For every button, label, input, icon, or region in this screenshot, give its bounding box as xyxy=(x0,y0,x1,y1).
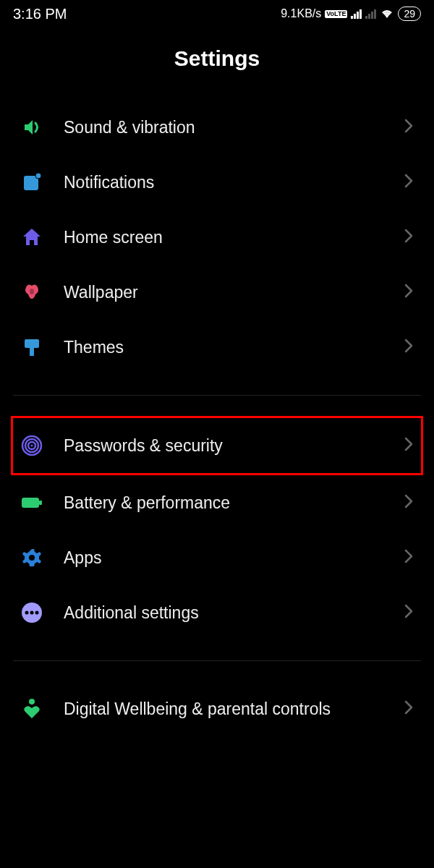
chevron-right-icon xyxy=(404,338,414,357)
status-indicators: 9.1KB/s VoLTE 29 xyxy=(281,7,421,21)
settings-item-additional[interactable]: Additional settings xyxy=(13,585,421,640)
settings-item-battery[interactable]: Battery & performance xyxy=(13,475,421,530)
settings-item-home-screen[interactable]: Home screen xyxy=(13,210,421,265)
status-time: 3:16 PM xyxy=(13,6,67,22)
battery-indicator: 29 xyxy=(398,7,421,21)
signal-icon-2 xyxy=(365,9,376,19)
settings-item-notifications[interactable]: Notifications xyxy=(13,155,421,210)
settings-item-label: Home screen xyxy=(64,228,383,247)
svg-point-14 xyxy=(30,611,34,615)
settings-item-passwords-security[interactable]: Passwords & security xyxy=(11,416,423,475)
settings-item-label: Apps xyxy=(64,548,383,568)
svg-point-8 xyxy=(31,445,33,447)
wifi-icon xyxy=(380,8,394,20)
settings-item-sound[interactable]: Sound & vibration xyxy=(13,100,421,155)
svg-point-1 xyxy=(35,173,41,179)
svg-rect-4 xyxy=(30,348,34,356)
svg-rect-9 xyxy=(22,498,39,508)
dots-icon xyxy=(20,601,43,624)
settings-item-digital-wellbeing[interactable]: Digital Wellbeing & parental controls xyxy=(13,681,421,736)
svg-point-2 xyxy=(30,289,34,294)
settings-item-label: Wallpaper xyxy=(64,283,383,302)
speaker-icon xyxy=(20,116,43,139)
chevron-right-icon xyxy=(404,118,414,137)
chevron-right-icon xyxy=(404,173,414,192)
settings-item-label: Notifications xyxy=(64,173,383,192)
flower-icon xyxy=(20,281,43,304)
divider xyxy=(13,660,421,661)
chevron-right-icon xyxy=(404,228,414,247)
settings-item-apps[interactable]: Apps xyxy=(13,530,421,585)
svg-point-15 xyxy=(35,611,39,615)
svg-rect-10 xyxy=(39,501,42,505)
notification-icon xyxy=(20,171,43,194)
settings-item-label: Sound & vibration xyxy=(64,118,383,137)
heart-icon xyxy=(20,697,43,720)
settings-item-label: Battery & performance xyxy=(64,493,383,513)
settings-item-label: Additional settings xyxy=(64,603,383,623)
settings-list: Sound & vibrationNotificationsHome scree… xyxy=(0,100,434,736)
battery-icon xyxy=(20,491,43,514)
chevron-right-icon xyxy=(404,493,414,512)
signal-icon-1 xyxy=(351,9,362,19)
divider xyxy=(13,395,421,396)
brush-icon xyxy=(20,336,43,359)
svg-rect-3 xyxy=(25,339,39,348)
settings-item-label: Themes xyxy=(64,338,383,357)
gear-icon xyxy=(20,546,43,569)
settings-item-wallpaper[interactable]: Wallpaper xyxy=(13,265,421,320)
page-title: Settings xyxy=(0,27,434,100)
settings-item-label: Digital Wellbeing & parental controls xyxy=(64,699,383,719)
chevron-right-icon xyxy=(404,548,414,567)
chevron-right-icon xyxy=(404,603,414,622)
chevron-right-icon xyxy=(404,436,414,455)
volte-badge: VoLTE xyxy=(325,10,347,18)
svg-point-16 xyxy=(29,699,35,705)
network-speed: 9.1KB/s xyxy=(281,7,321,20)
svg-point-13 xyxy=(25,611,29,615)
fingerprint-icon xyxy=(20,434,43,457)
chevron-right-icon xyxy=(404,283,414,302)
status-bar: 3:16 PM 9.1KB/s VoLTE 29 xyxy=(0,0,434,27)
home-icon xyxy=(20,226,43,249)
chevron-right-icon xyxy=(404,699,414,718)
svg-point-11 xyxy=(29,555,35,561)
settings-item-label: Passwords & security xyxy=(64,436,383,456)
settings-item-themes[interactable]: Themes xyxy=(13,320,421,375)
